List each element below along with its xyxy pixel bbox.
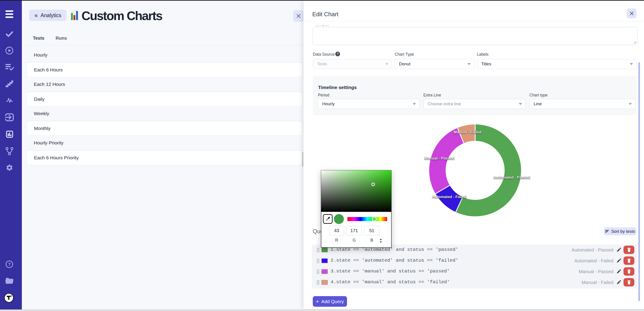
svg-text:?: ? [8, 262, 11, 267]
